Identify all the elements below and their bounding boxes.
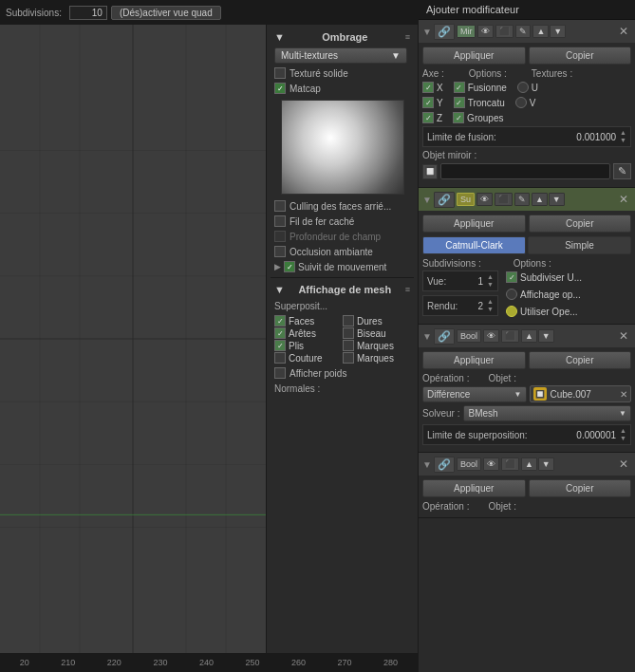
- occlusion-checkbox[interactable]: [274, 246, 286, 257]
- subdiv-up-icon[interactable]: ▲: [532, 193, 548, 206]
- mirror-type-btn[interactable]: Mir: [457, 25, 476, 38]
- mirror-editmode-icon[interactable]: ✎: [515, 25, 531, 38]
- plis-checkbox[interactable]: [274, 340, 286, 351]
- profondeur-checkbox[interactable]: [274, 231, 286, 242]
- subdiv-cam-icon[interactable]: 👁: [476, 193, 493, 206]
- bool1-render-icon[interactable]: ⬛: [501, 329, 519, 343]
- bool1-type-btn[interactable]: Bool: [457, 329, 481, 343]
- bool1-solver-dropdown[interactable]: BMesh ▼: [463, 405, 631, 421]
- z-axis-checkbox[interactable]: [422, 112, 434, 123]
- utiliser-ope-circle[interactable]: [506, 306, 517, 317]
- aretes-checkbox[interactable]: [274, 327, 286, 339]
- bool1-link-icon[interactable]: 🔗: [434, 328, 455, 345]
- bool2-modifier-content: Appliquer Copier Opération : Objet :: [419, 476, 635, 517]
- bool1-down-icon[interactable]: ▼: [538, 329, 554, 343]
- separator1: [271, 277, 414, 278]
- bool2-render-icon[interactable]: ⬛: [501, 457, 519, 471]
- rendu-arrows[interactable]: ▲ ▼: [487, 298, 494, 313]
- subdiv-collapse-arrow-icon[interactable]: ▼: [422, 195, 432, 205]
- subdiv-inputs-options: Vue: 1 ▲ ▼ Rendu: 2 ▲ ▼: [422, 271, 631, 320]
- objet-miroir-input[interactable]: [440, 163, 610, 179]
- superposit-label: Superposit...: [271, 298, 414, 313]
- affichage-section-header[interactable]: ▼ Affichage de mesh ≡: [271, 281, 414, 298]
- mirror-apply-btn[interactable]: Appliquer: [422, 47, 526, 65]
- faces-checkbox[interactable]: [274, 315, 286, 327]
- bool2-up-icon[interactable]: ▲: [521, 457, 537, 471]
- limite-fusion-arrows[interactable]: ▲ ▼: [620, 129, 626, 144]
- subdiv-render-icon[interactable]: ⬛: [495, 193, 513, 206]
- biseau-checkbox[interactable]: [343, 327, 354, 339]
- bool1-operation-dropdown[interactable]: Différence ▼: [422, 386, 527, 402]
- troncatu-checkbox[interactable]: [454, 97, 465, 108]
- simple-tab[interactable]: Simple: [528, 236, 631, 254]
- subdiv-type-btn[interactable]: Su: [457, 193, 475, 206]
- subdivisions-input[interactable]: [69, 6, 107, 20]
- bool2-link-icon[interactable]: 🔗: [434, 457, 455, 473]
- groupes-checkbox[interactable]: [453, 112, 464, 123]
- ombrage-section-header[interactable]: ▼ Ombrage ≡: [271, 28, 414, 46]
- marques2-checkbox[interactable]: [343, 352, 354, 364]
- afficher-poids-checkbox[interactable]: [274, 367, 286, 379]
- couture-checkbox[interactable]: [274, 352, 286, 364]
- vue-arrows[interactable]: ▲ ▼: [487, 273, 494, 289]
- subdiviser-u-label: Subdiviser U...: [520, 272, 582, 283]
- mirror-close-btn[interactable]: ✕: [616, 25, 631, 38]
- bool1-copy-btn[interactable]: Copier: [529, 351, 632, 369]
- mirror-cam-icon[interactable]: 👁: [477, 25, 494, 38]
- marques1-checkbox[interactable]: [343, 340, 354, 351]
- dures-checkbox[interactable]: [343, 315, 354, 327]
- bool2-close-btn[interactable]: ✕: [616, 457, 631, 471]
- ruler-mark-5: 240: [199, 658, 214, 667]
- mirror-render-icon[interactable]: ⬛: [495, 25, 514, 38]
- bool2-cam-icon[interactable]: 👁: [483, 457, 499, 471]
- catmull-clark-tab[interactable]: Catmull-Clark: [422, 236, 526, 254]
- bool1-apply-btn[interactable]: Appliquer: [422, 351, 526, 369]
- culling-checkbox[interactable]: [274, 200, 286, 212]
- bool1-collapse-arrow-icon[interactable]: ▼: [422, 331, 432, 342]
- objet-miroir-object-icon: 🔲: [422, 164, 438, 179]
- mirror-up-icon[interactable]: ▲: [532, 25, 549, 38]
- mirror-down-icon[interactable]: ▼: [550, 25, 566, 38]
- bool2-modifier-header: ▼ 🔗 Bool 👁 ⬛ ▲ ▼ ✕: [419, 453, 635, 476]
- v-texture-circle[interactable]: [515, 97, 527, 108]
- bool2-op-obj-header: Opération : Objet :: [422, 501, 631, 512]
- subdiv-close-btn[interactable]: ✕: [616, 193, 631, 206]
- texture-solide-checkbox[interactable]: [274, 67, 286, 79]
- bool1-close-btn[interactable]: ✕: [616, 329, 631, 343]
- collapse-arrow-icon[interactable]: ▼: [422, 27, 432, 37]
- bool2-collapse-arrow-icon[interactable]: ▼: [422, 459, 432, 470]
- subdiv-down-icon[interactable]: ▼: [549, 193, 565, 206]
- y-axis-checkbox[interactable]: [422, 97, 434, 108]
- subdiv-editmode-icon[interactable]: ✎: [514, 193, 530, 206]
- plis-label: Plis: [289, 341, 304, 351]
- sphere-preview: [281, 100, 404, 195]
- u-texture-circle[interactable]: [517, 82, 529, 93]
- subdiv-apply-btn[interactable]: Appliquer: [422, 215, 526, 233]
- suivit-checkbox[interactable]: [284, 261, 295, 272]
- matcap-checkbox[interactable]: [274, 83, 286, 94]
- bool1-modifier-content: Appliquer Copier Opération : Objet : Dif…: [419, 347, 635, 452]
- eyedropper-btn[interactable]: ✎: [613, 163, 631, 179]
- bool2-type-btn[interactable]: Bool: [457, 457, 481, 471]
- texture-mode-dropdown[interactable]: Multi-textures ▼: [274, 47, 407, 64]
- bool2-down-icon[interactable]: ▼: [538, 457, 554, 471]
- bool2-apply-btn[interactable]: Appliquer: [422, 479, 526, 497]
- subdiv-copy-btn[interactable]: Copier: [529, 215, 632, 233]
- subdiv-header-icons: ▼ 🔗 Su 👁 ⬛ ✎ ▲ ▼: [422, 192, 613, 208]
- bool1-limite-arrows[interactable]: ▲ ▼: [620, 427, 626, 442]
- mirror-link-icon[interactable]: 🔗: [434, 24, 455, 40]
- x-axis-checkbox[interactable]: [422, 82, 434, 93]
- subdiviser-u-checkbox[interactable]: [506, 271, 517, 283]
- bool1-up-icon[interactable]: ▲: [521, 329, 537, 343]
- modifier-title: Ajouter modificateur: [426, 4, 519, 15]
- bool2-copy-btn[interactable]: Copier: [529, 479, 632, 497]
- mirror-copy-btn[interactable]: Copier: [529, 47, 632, 65]
- affichage-op-circle[interactable]: [506, 289, 517, 300]
- fil-fer-checkbox[interactable]: [274, 215, 286, 227]
- bool1-cam-icon[interactable]: 👁: [483, 329, 499, 343]
- plis-item: Plis: [274, 340, 342, 351]
- fusionne-checkbox[interactable]: [454, 82, 465, 93]
- subdiv-link-icon[interactable]: 🔗: [434, 192, 455, 208]
- bool1-obj-close-icon[interactable]: ✕: [620, 389, 627, 400]
- deactivate-vue-quad-button[interactable]: (Dés)activer vue quad: [111, 6, 221, 20]
